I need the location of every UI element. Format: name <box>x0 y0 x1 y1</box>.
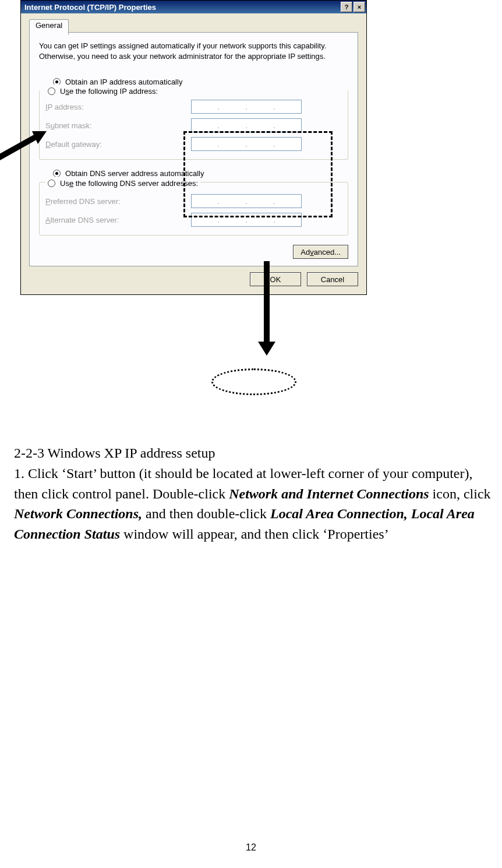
radio-use-ip[interactable] <box>48 87 55 95</box>
annotation-ok-ellipse <box>211 368 296 395</box>
section-heading: 2-2-3 Windows XP IP address setup <box>14 443 492 463</box>
tab-general[interactable]: General <box>29 19 69 35</box>
tcpip-properties-dialog: Internet Protocol (TCP/IP) Properties ? … <box>20 0 367 295</box>
radio-use-ip-row[interactable]: Use the following IP address: <box>48 85 158 97</box>
intro-text: You can get IP settings assigned automat… <box>39 41 348 61</box>
document-body: 2-2-3 Windows XP IP address setup 1. Cli… <box>14 443 492 544</box>
label-alternate-dns: Alternate DNS server: <box>45 216 191 224</box>
help-button[interactable]: ? <box>341 2 352 12</box>
radio-use-dns-label: Use the following DNS server addresses: <box>60 179 198 188</box>
svg-line-0 <box>0 136 37 159</box>
cancel-button[interactable]: Cancel <box>307 272 358 286</box>
radio-use-dns[interactable] <box>48 180 55 187</box>
label-default-gateway: Default gateway: <box>45 140 191 149</box>
label-preferred-dns: Preferred DNS server: <box>45 197 191 206</box>
svg-marker-3 <box>258 342 275 356</box>
preferred-dns-field[interactable]: ... <box>191 194 302 208</box>
close-button[interactable]: × <box>353 2 365 12</box>
annotation-arrow-top-icon <box>0 129 55 164</box>
dialog-title: Internet Protocol (TCP/IP) Properties <box>22 3 340 12</box>
annotation-arrow-down-icon <box>255 261 278 358</box>
page-number: 12 <box>0 842 502 853</box>
ip-address-field[interactable]: ... <box>191 100 302 114</box>
alternate-dns-field[interactable]: ... <box>191 213 302 227</box>
radio-use-dns-row[interactable]: Use the following DNS server addresses: <box>48 177 198 189</box>
dialog-titlebar[interactable]: Internet Protocol (TCP/IP) Properties ? … <box>21 1 366 13</box>
advanced-button[interactable]: Advanced... <box>293 245 348 259</box>
radio-obtain-dns[interactable] <box>53 170 61 177</box>
subnet-mask-field[interactable]: ... <box>191 118 302 132</box>
label-ip-address: IP address: <box>45 103 191 111</box>
step-1-text: 1. Click ‘Start’ button (it should be lo… <box>14 463 492 544</box>
tabstrip: General <box>29 19 358 33</box>
default-gateway-field[interactable]: ... <box>191 137 302 151</box>
radio-use-ip-label: Use the following IP address: <box>60 87 158 96</box>
label-subnet-mask: Subnet mask: <box>45 121 191 130</box>
